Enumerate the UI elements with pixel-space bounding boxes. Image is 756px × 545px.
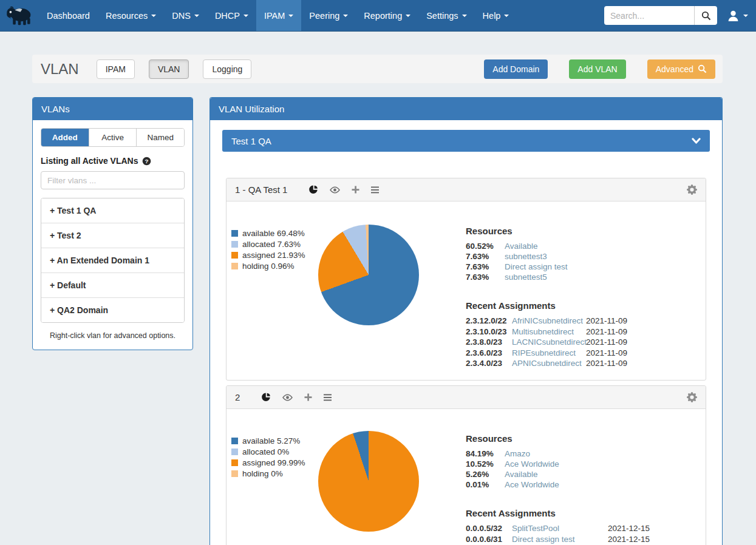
menu-list-icon[interactable] — [371, 186, 380, 194]
tab-logging[interactable]: Logging — [203, 59, 251, 79]
advanced-search-button[interactable]: Advanced — [647, 59, 715, 79]
page-title: VLAN — [41, 61, 79, 78]
assignment-row: 2.3.8.0/23LACNICsubnetdirect2021-11-09 — [466, 337, 648, 348]
tab-named[interactable]: Named — [136, 129, 184, 146]
legend-item-available[interactable]: available 5.27% — [231, 436, 305, 445]
user-menu[interactable] — [727, 10, 748, 22]
assignment-link[interactable]: Multisubnetdirect — [512, 327, 579, 337]
search-icon — [701, 11, 711, 21]
nav-item-settings[interactable]: Settings — [418, 0, 474, 31]
nav-item-ipam[interactable]: IPAM — [256, 0, 301, 31]
pie-legend: available 69.48% allocated 7.63% assigne… — [231, 229, 305, 272]
assignment-link[interactable]: AfriNICsubnetdirect — [512, 316, 579, 327]
domain-collapse-bar[interactable]: Test 1 QA — [222, 130, 710, 152]
resource-link[interactable]: Direct assign test — [505, 262, 568, 272]
resource-link[interactable]: Ace Worldwide — [505, 459, 559, 469]
caret-down-icon — [406, 15, 410, 17]
assignment-row: 2.3.4.0/23APNICsubnetdirect2021-11-09 — [466, 358, 648, 369]
vlan-utilization-panel: VLAN Utilization Test 1 QA 1 - QA Test 1 — [209, 97, 723, 545]
legend-swatch — [231, 241, 238, 248]
caret-down-icon — [151, 15, 156, 17]
gear-icon[interactable] — [687, 392, 697, 402]
legend-item-holding[interactable]: holding 0.96% — [231, 262, 305, 271]
resource-row: 10.52%Ace Worldwide — [466, 459, 648, 469]
menu-list-icon[interactable] — [324, 394, 332, 401]
eye-icon[interactable] — [330, 186, 340, 194]
pie-chart-view-icon[interactable] — [309, 185, 318, 194]
utilization-pie-chart[interactable] — [318, 431, 419, 532]
card-title: 1 - QA Test 1 — [235, 184, 287, 195]
legend-item-available[interactable]: available 69.48% — [231, 229, 305, 238]
search-input[interactable] — [604, 6, 694, 25]
vlan-list-item-test1qa[interactable]: + Test 1 QA — [41, 198, 184, 223]
legend-item-allocated[interactable]: allocated 7.63% — [231, 240, 305, 249]
resources-heading: Resources — [466, 433, 648, 444]
resource-row: 7.63%subnettest5 — [466, 272, 648, 282]
legend-item-assigned[interactable]: assigned 99.99% — [231, 458, 305, 467]
tab-added[interactable]: Added — [41, 129, 89, 146]
assignment-link[interactable]: SplitTestPool — [512, 523, 601, 534]
nav-item-peering[interactable]: Peering — [301, 0, 356, 31]
legend-swatch — [231, 263, 238, 269]
nav-item-reporting[interactable]: Reporting — [356, 0, 418, 31]
nav-item-resources[interactable]: Resources — [98, 0, 164, 31]
nav-item-dns[interactable]: DNS — [164, 0, 207, 31]
resource-row: 7.63%subnettest3 — [466, 251, 648, 262]
caret-down-icon — [288, 15, 293, 17]
add-vlan-button[interactable]: Add VLAN — [569, 59, 625, 79]
assignment-row: 2.3.10.0/23Multisubnetdirect2021-11-09 — [466, 327, 648, 337]
plus-icon[interactable] — [304, 393, 312, 401]
help-question-icon[interactable]: ? — [142, 157, 151, 166]
vlan-list: + Test 1 QA + Test 2 + An Extended Domai… — [41, 198, 185, 323]
pie-legend: available 5.27% allocated 0% assigned 99… — [231, 436, 305, 480]
resource-link[interactable]: Amazo — [505, 449, 530, 459]
resource-link[interactable]: subnettest5 — [505, 272, 547, 282]
resource-link[interactable]: Available — [505, 241, 538, 251]
vlan-list-item-test2[interactable]: + Test 2 — [41, 223, 184, 248]
resource-link[interactable]: subnettest3 — [505, 251, 547, 262]
nav-item-dashboard[interactable]: Dashboard — [39, 0, 98, 31]
caret-down-icon — [743, 15, 748, 17]
listing-label: Listing all Active VLANs ? — [41, 156, 185, 166]
gear-icon[interactable] — [687, 184, 697, 195]
search-button[interactable] — [694, 6, 717, 25]
user-icon — [727, 10, 740, 22]
resource-link[interactable]: Available — [505, 469, 538, 479]
caret-down-icon — [504, 15, 509, 17]
chevron-down-icon[interactable] — [692, 138, 701, 144]
vlan-list-item-qa2-domain[interactable]: + QA2 Domain — [41, 298, 184, 322]
assignment-row: 0.0.0.6/31Direct assign test2021-12-15 — [466, 534, 648, 545]
legend-item-allocated[interactable]: allocated 0% — [231, 447, 305, 456]
resources-heading: Resources — [466, 226, 648, 236]
search-icon — [698, 64, 707, 73]
assignment-link[interactable]: LACNICsubnetdirect — [512, 337, 579, 348]
utilization-pie-chart[interactable] — [318, 225, 419, 325]
tab-active[interactable]: Active — [89, 129, 137, 146]
caret-down-icon — [343, 15, 348, 17]
sidebar-hint: Right-click vlan for advanced options. — [41, 323, 185, 342]
brand-logo[interactable] — [0, 0, 39, 31]
assignment-link[interactable]: Direct assign test — [512, 534, 601, 545]
filter-vlans-input[interactable] — [41, 171, 185, 189]
tab-ipam[interactable]: IPAM — [97, 59, 135, 79]
resource-row: 5.26%Available — [466, 469, 648, 479]
nav-item-help[interactable]: Help — [475, 0, 517, 31]
vlan-card-1: 1 - QA Test 1 — [226, 178, 706, 381]
panel-title: VLAN Utilization — [210, 98, 722, 120]
nav-item-dhcp[interactable]: DHCP — [207, 0, 256, 31]
legend-item-holding[interactable]: holding 0% — [231, 469, 305, 478]
vlan-list-item-extended-domain[interactable]: + An Extended Domain 1 — [41, 248, 184, 273]
caret-down-icon — [194, 15, 199, 17]
eye-icon[interactable] — [282, 394, 293, 401]
assignment-link[interactable]: APNICsubnetdirect — [512, 358, 579, 369]
legend-item-assigned[interactable]: assigned 21.93% — [231, 251, 305, 260]
plus-icon[interactable] — [352, 186, 359, 194]
vlan-list-item-default[interactable]: + Default — [41, 273, 184, 298]
assignment-link[interactable]: RIPEsubnetdirect — [512, 348, 579, 359]
resource-link[interactable]: Ace Worldwide — [505, 479, 559, 490]
top-navbar: Dashboard Resources DNS DHCP IPAM Peerin… — [0, 0, 756, 32]
pie-chart-view-icon[interactable] — [262, 393, 271, 402]
tab-vlan[interactable]: VLAN — [149, 59, 189, 79]
resource-row: 84.19%Amazo — [466, 449, 648, 459]
add-domain-button[interactable]: Add Domain — [484, 59, 548, 79]
